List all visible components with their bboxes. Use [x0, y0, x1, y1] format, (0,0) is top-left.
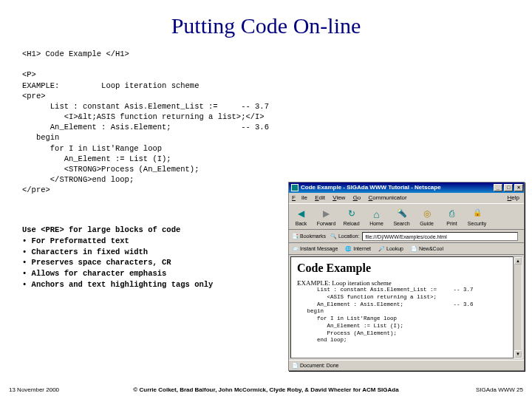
back-icon — [296, 208, 307, 220]
src-line: An_Element : Asis.Element; -- 3.6 — [22, 123, 269, 132]
location-bar: Bookmarks 🔍 Location: file:///D|/WWW/Exa… — [289, 230, 524, 243]
quick-launch-bar: 📨 Instant Message 🌐 Internet 🔎 Lookup 📄 … — [289, 243, 524, 255]
location-input[interactable]: file:///D|/WWW/Examples/code.html — [362, 232, 518, 241]
search-icon — [396, 208, 408, 220]
slide-footer: 13 November 2000 © Currie Colket, Brad B… — [9, 386, 523, 393]
location-label: 🔍 Location: — [330, 233, 359, 239]
guide-icon — [421, 208, 433, 220]
src-line: </pre> — [22, 185, 50, 194]
home-icon — [371, 208, 383, 220]
maximize-button[interactable]: □ — [504, 184, 513, 191]
guide-button[interactable]: Guide — [415, 204, 440, 229]
src-line: <H1> Code Example </H1> — [22, 50, 129, 58]
src-line: <P> — [22, 70, 36, 79]
app-icon — [291, 184, 299, 191]
html-source-block: <H1> Code Example </H1> <P> EXAMPLE: Loo… — [0, 49, 532, 195]
menu-bar: File Edit View Go Communicator Help — [289, 193, 524, 203]
footer-credits: © Currie Colket, Brad Balfour, John McCo… — [9, 386, 523, 393]
scroll-up-icon[interactable]: ▲ — [514, 257, 522, 265]
src-line: EXAMPLE: Loop iteration scheme — [22, 81, 199, 90]
security-button[interactable]: Security — [465, 204, 490, 229]
menu-view[interactable]: View — [332, 194, 345, 201]
menu-edit[interactable]: Edit — [315, 194, 325, 201]
lookup-link[interactable]: 🔎 Lookup — [378, 246, 403, 252]
instant-message-link[interactable]: 📨 Instant Message — [292, 246, 338, 252]
rendered-subtitle: EXAMPLE: Loop iteration scheme — [297, 279, 507, 287]
internet-link[interactable]: 🌐 Internet — [345, 246, 371, 252]
menu-communicator[interactable]: Communicator — [369, 194, 407, 201]
src-line: <STRONG>Process (An_Element); — [22, 165, 199, 174]
forward-button[interactable]: Forward — [314, 204, 339, 229]
lock-icon — [471, 208, 483, 220]
vertical-scrollbar[interactable]: ▲ ▼ — [514, 256, 522, 358]
footer-page-number: SIGAda WWW 25 — [476, 386, 523, 393]
menu-file[interactable]: File — [292, 194, 307, 201]
reload-icon — [346, 208, 358, 220]
scroll-down-icon[interactable]: ▼ — [514, 350, 522, 358]
status-bar: 📄 Document: Done — [289, 360, 524, 370]
netscape-browser-window: Code Example - SIGAda WWW Tutorial - Net… — [288, 182, 525, 371]
status-text: Document: Done — [300, 363, 339, 368]
newcool-link[interactable]: 📄 New&Cool — [411, 246, 443, 252]
footer-date: 13 November 2000 — [9, 386, 59, 393]
minimize-button[interactable]: _ — [494, 184, 502, 191]
back-button[interactable]: Back — [289, 204, 314, 229]
src-line: <pre> — [22, 92, 46, 100]
reload-button[interactable]: Reload — [339, 204, 364, 229]
menu-help[interactable]: Help — [508, 193, 519, 203]
toolbar: Back Forward Reload Home Search Guide Pr… — [289, 203, 524, 230]
src-line: An_Element := List (I); — [22, 154, 171, 163]
print-button[interactable]: Print — [440, 204, 465, 229]
page-viewport: Code Example EXAMPLE: Loop iteration sch… — [290, 256, 514, 358]
print-icon — [446, 208, 458, 220]
titlebar[interactable]: Code Example - SIGAda WWW Tutorial - Net… — [289, 183, 524, 193]
bookmarks-button[interactable]: Bookmarks — [292, 233, 326, 239]
rendered-h1: Code Example — [297, 262, 507, 275]
rendered-pre: List : constant Asis.Element_List := -- … — [297, 287, 507, 344]
home-button[interactable]: Home — [364, 204, 389, 229]
src-line: </STRONG>end loop; — [22, 175, 134, 184]
src-line: begin — [22, 133, 59, 142]
src-line: List : constant Asis.Element_List := -- … — [22, 102, 269, 111]
slide-title: Putting Code On-line — [0, 0, 532, 38]
menu-go[interactable]: Go — [353, 194, 361, 201]
close-button[interactable]: × — [514, 184, 523, 191]
window-title: Code Example - SIGAda WWW Tutorial - Net… — [301, 183, 441, 193]
forward-icon — [321, 208, 332, 220]
search-button[interactable]: Search — [389, 204, 415, 229]
src-line: <I>&lt;ASIS function returning a list>;<… — [22, 112, 265, 121]
src-line: for I in List'Range loop — [22, 144, 162, 153]
